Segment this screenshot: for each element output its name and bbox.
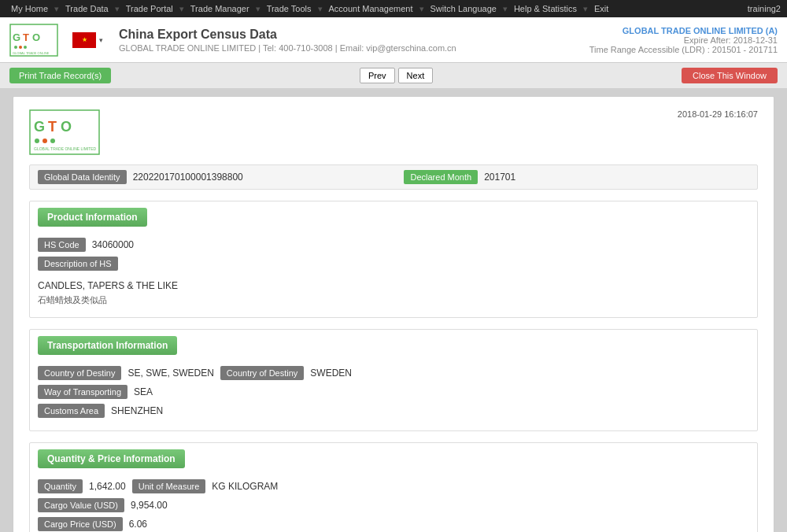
cargo-price-row: Cargo Price (USD) 6.06	[38, 517, 749, 531]
flag-dropdown-arrow[interactable]: ▾	[99, 36, 103, 44]
quantity-value: 1,642.00	[89, 479, 126, 493]
page-title: China Export Census Data	[119, 28, 456, 42]
cargo-value-label: Cargo Value (USD)	[38, 498, 124, 512]
global-data-identity-value: 220220170100001398800	[133, 172, 398, 183]
gto-logo-svg: G T O GLOBAL TRADE ONLINE	[9, 24, 58, 57]
way-transporting-value: SEA	[134, 385, 153, 399]
declared-month-label: Declared Month	[404, 170, 478, 184]
flag-selector[interactable]: ★ ▾	[72, 32, 103, 48]
header-right: GLOBAL TRADE ONLINE LIMITED (A) Expire A…	[589, 26, 778, 54]
product-section-content: HS Code 34060000 Description of HS CANDL…	[30, 233, 757, 317]
record-logo: G T O GLOBAL TRADE ONLINE LIMITED	[29, 109, 100, 155]
page-subtitle: GLOBAL TRADE ONLINE LIMITED | Tel: 400-7…	[119, 43, 456, 53]
description-en: CANDLES, TAPERS & THE LIKE	[38, 279, 749, 293]
product-section-header-wrap: Product Information	[30, 201, 757, 233]
unit-measure-label: Unit of Measure	[132, 479, 206, 493]
description-cn: 石蜡蜡烛及类似品	[38, 293, 749, 308]
customs-area-label: Customs Area	[38, 404, 105, 418]
nav-items: My Home ▾ Trade Data ▾ Trade Portal ▾ Tr…	[6, 2, 613, 15]
svg-text:G: G	[13, 31, 20, 43]
quantity-label: Quantity	[38, 479, 83, 493]
record-header: G T O GLOBAL TRADE ONLINE LIMITED 2018-0…	[29, 109, 758, 155]
logo-area: G T O GLOBAL TRADE ONLINE	[9, 24, 58, 57]
transportation-section-content: Country of Destiny SE, SWE, SWEDEN Count…	[30, 361, 757, 430]
nav-trade-portal[interactable]: Trade Portal	[121, 2, 178, 15]
toolbar-top: Print Trade Record(s) Prev Next Close Th…	[0, 63, 787, 88]
hs-code-row: HS Code 34060000	[38, 238, 749, 252]
transportation-section: Transportation Information Country of De…	[29, 329, 758, 431]
time-range: Time Range Accessible (LDR) : 201501 - 2…	[589, 45, 778, 54]
svg-text:GLOBAL TRADE ONLINE: GLOBAL TRADE ONLINE	[13, 51, 50, 55]
nav-help-statistics[interactable]: Help & Statistics	[509, 2, 582, 15]
record-timestamp: 2018-01-29 16:16:07	[678, 109, 758, 119]
customs-area-value: SHENZHEN	[111, 404, 163, 418]
nav-switch-language[interactable]: Switch Language	[426, 2, 501, 15]
product-section-header: Product Information	[38, 208, 147, 227]
transportation-section-header-wrap: Transportation Information	[30, 330, 757, 361]
expire-info: Expire After: 2018-12-31	[589, 35, 778, 45]
gto-link[interactable]: GLOBAL TRADE ONLINE LIMITED (A)	[589, 26, 778, 35]
nav-trade-data[interactable]: Trade Data	[61, 2, 113, 15]
print-button-top[interactable]: Print Trade Record(s)	[9, 68, 111, 83]
svg-text:O: O	[32, 31, 40, 43]
quantity-row: Quantity 1,642.00 Unit of Measure KG KIL…	[38, 479, 749, 493]
nav-my-home[interactable]: My Home	[6, 2, 53, 15]
toolbar-top-nav: Prev Next	[360, 68, 433, 83]
svg-text:GLOBAL TRADE ONLINE LIMITED: GLOBAL TRADE ONLINE LIMITED	[34, 146, 97, 151]
identity-row: Global Data Identity 2202201701000013988…	[29, 164, 758, 190]
quantity-section-content: Quantity 1,642.00 Unit of Measure KG KIL…	[30, 475, 757, 532]
record-card: G T O GLOBAL TRADE ONLINE LIMITED 2018-0…	[13, 96, 774, 532]
svg-text:T: T	[23, 31, 29, 43]
cargo-price-value: 6.06	[129, 517, 147, 531]
svg-point-13	[42, 139, 47, 143]
customs-area-row: Customs Area SHENZHEN	[38, 404, 749, 418]
nav-trade-manager[interactable]: Trade Manager	[186, 2, 254, 15]
user-info: training2	[748, 4, 781, 13]
declared-month-value: 201701	[484, 172, 749, 183]
quantity-section: Quantity & Price Information Quantity 1,…	[29, 442, 758, 532]
header-left: G T O GLOBAL TRADE ONLINE ★ ▾ China Expo…	[9, 24, 456, 57]
content-area: G T O GLOBAL TRADE ONLINE LIMITED 2018-0…	[0, 88, 787, 532]
description-label: Description of HS	[38, 257, 118, 271]
nav-trade-tools[interactable]: Trade Tools	[262, 2, 316, 15]
prev-button-top[interactable]: Prev	[360, 68, 395, 83]
top-navigation: My Home ▾ Trade Data ▾ Trade Portal ▾ Tr…	[0, 0, 787, 17]
svg-text:T: T	[48, 119, 57, 135]
country-destiny-value2: SWEDEN	[310, 366, 352, 380]
svg-text:G: G	[34, 119, 45, 135]
svg-point-6	[24, 46, 27, 49]
next-button-top[interactable]: Next	[398, 68, 434, 83]
quantity-section-header-wrap: Quantity & Price Information	[30, 443, 757, 475]
description-value-area: CANDLES, TAPERS & THE LIKE 石蜡蜡烛及类似品	[38, 275, 749, 309]
svg-point-12	[35, 139, 39, 143]
country-destiny-label: Country of Destiny	[38, 366, 121, 380]
record-logo-svg: G T O GLOBAL TRADE ONLINE LIMITED	[29, 109, 100, 155]
quantity-section-header: Quantity & Price Information	[38, 449, 185, 468]
svg-point-14	[50, 139, 55, 143]
hs-code-label: HS Code	[38, 238, 86, 252]
toolbar-top-left: Print Trade Record(s)	[9, 68, 111, 83]
close-button-top[interactable]: Close This Window	[682, 68, 778, 83]
cargo-value-row: Cargo Value (USD) 9,954.00	[38, 498, 749, 512]
cargo-value-value: 9,954.00	[131, 498, 168, 512]
description-row: Description of HS	[38, 257, 749, 271]
nav-account-mgmt[interactable]: Account Management	[324, 2, 418, 15]
svg-point-5	[19, 46, 22, 49]
nav-exit[interactable]: Exit	[589, 2, 613, 15]
global-data-identity-label: Global Data Identity	[38, 170, 127, 184]
cargo-price-label: Cargo Price (USD)	[38, 517, 123, 531]
country-destiny-label2: Country of Destiny	[220, 366, 304, 380]
svg-text:O: O	[61, 119, 72, 135]
transportation-section-header: Transportation Information	[38, 336, 177, 355]
svg-point-4	[14, 46, 17, 49]
unit-measure-value: KG KILOGRAM	[212, 479, 278, 493]
country-destiny-value: SE, SWE, SWEDEN	[127, 366, 213, 380]
way-transporting-label: Way of Transporting	[38, 385, 127, 399]
hs-code-value: 34060000	[92, 238, 134, 252]
product-section: Product Information HS Code 34060000 Des…	[29, 201, 758, 318]
page-title-area: China Export Census Data GLOBAL TRADE ON…	[119, 28, 456, 53]
header-bar: G T O GLOBAL TRADE ONLINE ★ ▾ China Expo…	[0, 17, 787, 63]
china-flag: ★	[72, 32, 96, 48]
way-transporting-row: Way of Transporting SEA	[38, 385, 749, 399]
country-destiny-row: Country of Destiny SE, SWE, SWEDEN Count…	[38, 366, 749, 380]
